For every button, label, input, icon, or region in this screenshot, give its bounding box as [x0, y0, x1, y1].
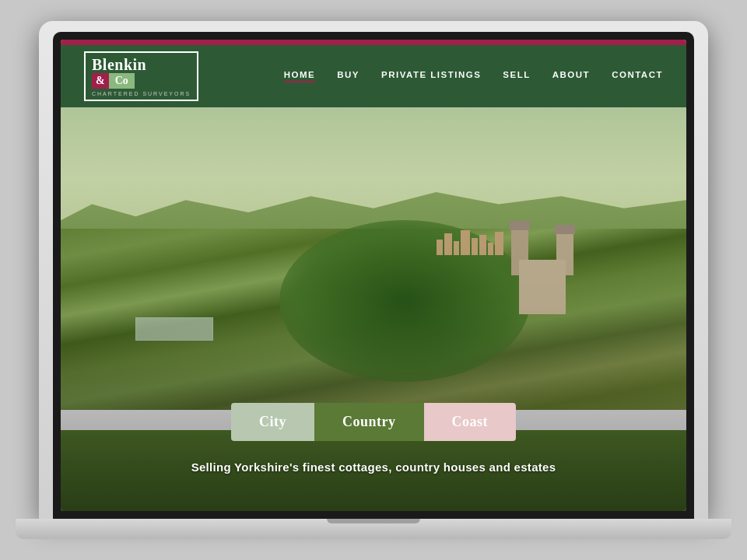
hero-section: City Country Coast Selling Yorkshire's f… — [61, 107, 686, 511]
logo[interactable]: Blenkin & Co CHARTERED SURVEYORS — [84, 51, 198, 101]
logo-co: Co — [109, 73, 135, 89]
logo-ampersand: & — [92, 73, 109, 89]
hero-tagline: Selling Yorkshire's finest cottages, cou… — [191, 460, 556, 474]
laptop-base — [16, 519, 731, 539]
country-button[interactable]: Country — [314, 403, 424, 441]
logo-subtitle: CHARTERED SURVEYORS — [92, 91, 191, 96]
nav-sell[interactable]: SELL — [503, 70, 530, 82]
hero-overlay — [61, 107, 686, 511]
laptop-body: Blenkin & Co CHARTERED SURVEYORS HOME BU… — [39, 21, 708, 519]
category-buttons: City Country Coast — [231, 403, 516, 441]
nav-buy[interactable]: BUY — [337, 70, 359, 82]
nav-contact[interactable]: CONTACT — [612, 70, 663, 82]
city-button[interactable]: City — [231, 403, 314, 441]
brand-stripe — [61, 40, 686, 45]
coast-button[interactable]: Coast — [424, 403, 517, 441]
navbar: Blenkin & Co CHARTERED SURVEYORS HOME BU… — [61, 45, 686, 107]
nav-links: HOME BUY PRIVATE LISTINGS SELL ABOUT CON… — [284, 70, 663, 82]
nav-private-listings[interactable]: PRIVATE LISTINGS — [381, 70, 481, 82]
logo-name: Blenkin — [92, 56, 191, 73]
browser-screen: Blenkin & Co CHARTERED SURVEYORS HOME BU… — [61, 40, 686, 511]
nav-home[interactable]: HOME — [284, 70, 316, 82]
laptop-wrapper: Blenkin & Co CHARTERED SURVEYORS HOME BU… — [16, 21, 731, 539]
logo-bottom: & Co — [92, 73, 191, 89]
nav-about[interactable]: ABOUT — [552, 70, 590, 82]
screen-bezel: Blenkin & Co CHARTERED SURVEYORS HOME BU… — [53, 32, 694, 519]
